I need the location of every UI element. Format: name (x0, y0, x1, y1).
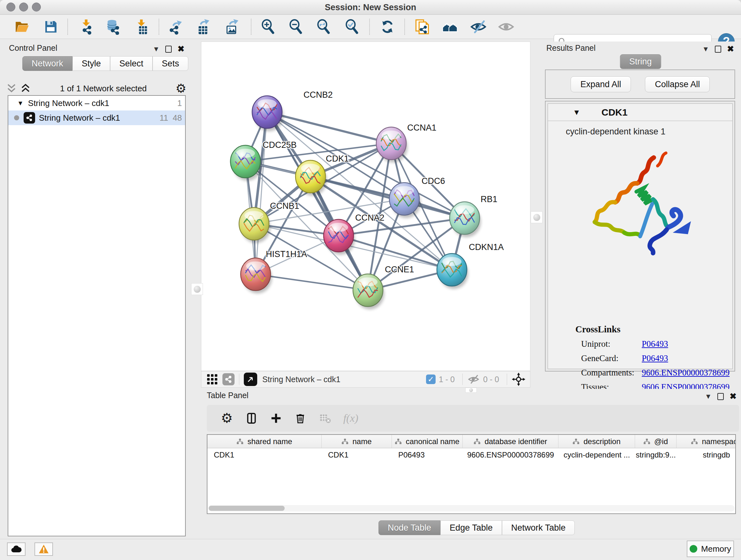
table-cell[interactable]: cyclin-dependent ... (558, 448, 635, 462)
panel-menu-icon[interactable]: ▼ (702, 45, 709, 53)
network-node-cdk1[interactable] (295, 160, 327, 196)
add-column-icon[interactable] (270, 412, 282, 424)
scrollbar-thumb[interactable] (209, 506, 285, 511)
table-cell[interactable]: CDK1 (207, 448, 322, 462)
memory-button[interactable]: Memory (687, 541, 734, 557)
entry-expander-icon[interactable]: ▼ (573, 108, 581, 117)
bottom-splitter-handle[interactable] (465, 388, 477, 393)
table-cell[interactable]: stringdb:9... (635, 448, 677, 462)
hide-glass-images-button[interactable] (469, 17, 488, 36)
zoom-selected-button[interactable] (343, 17, 361, 36)
crosslink-link[interactable]: P06493 (642, 354, 668, 363)
tab-edge-table[interactable]: Edge Table (441, 520, 502, 535)
crosslink-link[interactable]: 9606.ENSP00000378699 (642, 368, 730, 378)
tab-string[interactable]: String (620, 54, 661, 69)
network-node-ccnb2[interactable] (252, 96, 283, 131)
table-cell[interactable]: P06493 (392, 448, 463, 462)
close-panel-icon[interactable]: ✖ (730, 391, 737, 401)
tab-select[interactable]: Select (110, 56, 152, 71)
network-canvas[interactable]: CCNB2CCNA1CDC25BCDK1CDC6RB1CCNB1CCNA2CDK… (201, 42, 530, 371)
export-network-button[interactable] (166, 17, 185, 36)
column-header[interactable]: database identifier (463, 435, 558, 448)
network-node-cdc6[interactable] (389, 183, 421, 218)
node-label-ccne1: CCNE1 (385, 265, 414, 274)
collection-expander-icon[interactable]: ▼ (17, 100, 23, 107)
table-options-gear-icon[interactable]: ⚙ (221, 412, 233, 425)
selected-nodes-checkbox-icon[interactable]: ✓ (426, 374, 435, 384)
tab-node-table[interactable]: Node Table (379, 520, 441, 535)
table-cell[interactable]: stringdb (677, 448, 736, 462)
tab-style[interactable]: Style (72, 56, 110, 71)
detach-view-icon[interactable] (244, 373, 257, 386)
crosslink-link[interactable]: P06493 (642, 339, 668, 349)
table-panel-title: Table Panel (207, 391, 249, 400)
column-header[interactable]: canonical name (392, 435, 463, 448)
table-row[interactable]: CDK1CDK1P064939606.ENSP00000378699cyclin… (207, 448, 735, 462)
network-edge[interactable] (256, 274, 368, 290)
network-node-cdkn1a[interactable] (437, 253, 468, 289)
network-node-rb1[interactable] (450, 202, 481, 237)
apply-layout-button[interactable] (378, 17, 397, 36)
horizontal-scrollbar[interactable] (208, 505, 735, 511)
table-cell[interactable]: 9606.ENSP00000378699 (463, 448, 558, 462)
status-bar: Memory (0, 539, 741, 560)
open-session-button[interactable] (13, 17, 31, 36)
import-network-file-button[interactable] (77, 17, 96, 36)
delete-column-icon[interactable] (294, 412, 307, 424)
close-panel-icon[interactable]: ✖ (178, 44, 185, 54)
float-panel-icon[interactable] (718, 393, 724, 400)
close-panel-icon[interactable]: ✖ (727, 44, 734, 54)
expand-all-networks-icon[interactable] (20, 83, 31, 94)
column-header[interactable]: @id (635, 435, 677, 448)
grid-view-icon[interactable] (206, 374, 218, 385)
expand-all-button[interactable]: Expand All (570, 76, 631, 92)
node-table[interactable]: shared namenamecanonical namedatabase id… (207, 434, 736, 514)
import-network-database-button[interactable] (104, 17, 123, 36)
column-header[interactable]: name (322, 435, 392, 448)
network-node-ccna1[interactable] (376, 127, 408, 163)
network-collection-row[interactable]: ▼ String Network – cdk1 1 (8, 96, 185, 111)
zoom-in-button[interactable] (259, 17, 277, 36)
export-table-button[interactable] (194, 17, 212, 36)
tab-network[interactable]: Network (22, 56, 72, 71)
network-node-hist1h1a[interactable] (241, 258, 272, 294)
column-header[interactable]: shared name (207, 435, 322, 448)
left-splitter-handle[interactable] (191, 283, 203, 295)
network-node-cdc25b[interactable] (230, 145, 262, 181)
export-image-button[interactable] (222, 17, 241, 36)
table-cell[interactable]: CDK1 (322, 448, 392, 462)
network-from-clipboard-button[interactable] (413, 17, 431, 36)
show-labels-button[interactable] (497, 17, 515, 36)
import-table-button[interactable] (132, 17, 151, 36)
collapse-all-button[interactable]: Collapse All (645, 76, 710, 92)
warnings-button[interactable] (35, 543, 53, 556)
network-options-gear-icon[interactable]: ⚙ (176, 82, 186, 95)
delete-table-icon-disabled (319, 412, 331, 425)
float-panel-icon[interactable] (165, 46, 172, 53)
birdseye-navigator-icon[interactable] (512, 372, 526, 386)
gene-entry-header[interactable]: ▼ CDK1 (548, 104, 732, 121)
panel-menu-icon[interactable]: ▼ (152, 45, 159, 53)
cloud-status-button[interactable] (7, 543, 25, 556)
hidden-elements-icon[interactable] (467, 374, 480, 385)
zoom-fit-button[interactable] (314, 17, 333, 36)
collapse-all-networks-icon[interactable] (6, 83, 17, 94)
panel-menu-icon[interactable]: ▼ (704, 392, 712, 401)
string-home-button[interactable] (441, 17, 460, 36)
save-session-button[interactable] (42, 17, 60, 36)
zoom-out-button[interactable] (286, 17, 305, 36)
results-scroll-area[interactable]: ▼ CDK1 cyclin-dependent kinase 1 (545, 101, 735, 372)
network-node-ccnb1[interactable] (239, 207, 270, 243)
tab-network-table[interactable]: Network Table (502, 520, 575, 535)
network-view-share-icon[interactable] (222, 373, 234, 385)
float-panel-icon[interactable] (715, 46, 721, 53)
network-row[interactable]: String Network – cdk1 11 48 (8, 111, 185, 125)
tab-sets[interactable]: Sets (152, 56, 188, 71)
right-splitter-handle[interactable] (531, 211, 542, 223)
show-columns-icon[interactable] (245, 412, 258, 425)
collection-label: String Network – cdk1 (28, 98, 173, 108)
network-node-ccne1[interactable] (353, 274, 384, 309)
column-header[interactable]: description (558, 435, 635, 448)
network-node-ccna2[interactable] (324, 219, 355, 255)
column-header[interactable]: namespace (677, 435, 736, 448)
